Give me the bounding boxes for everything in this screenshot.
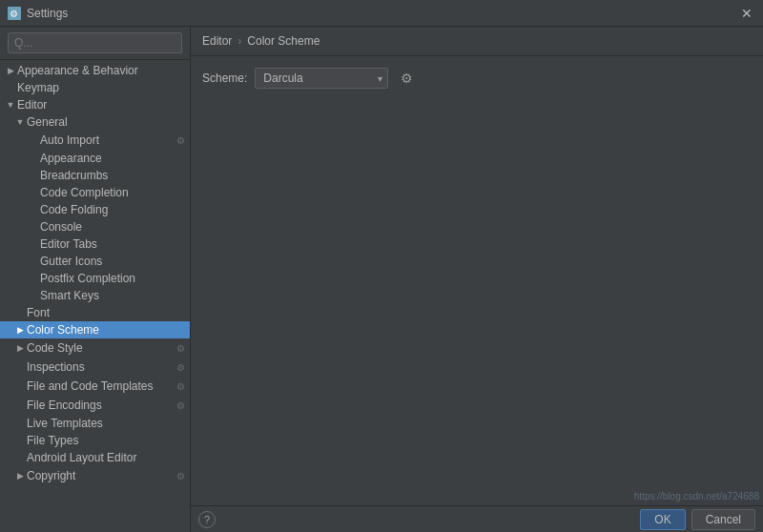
settings-icon: ⚙	[173, 340, 188, 356]
search-input[interactable]	[8, 32, 182, 53]
spacer-icon	[27, 152, 40, 165]
sidebar-item-label: Code Completion	[40, 186, 190, 199]
settings-icon: ⚙	[173, 133, 188, 148]
sidebar-item-label: Color Scheme	[27, 323, 190, 337]
spacer-icon	[27, 186, 40, 199]
collapse-arrow-icon: ▶	[13, 469, 27, 482]
scheme-select-wrapper: Darcula Default High Contrast Monokai ▾	[255, 68, 388, 89]
breadcrumb-separator: ›	[237, 34, 241, 48]
sidebar-item-label: Smart Keys	[40, 289, 190, 302]
spacer-icon	[13, 306, 27, 319]
spacer-icon	[27, 272, 40, 285]
sidebar-item-code-style[interactable]: ▶ Code Style ⚙	[0, 338, 190, 358]
expand-arrow-icon: ▼	[13, 115, 27, 129]
spacer-icon	[13, 451, 27, 464]
breadcrumb-parent: Editor	[202, 34, 232, 48]
sidebar-item-label: Auto Import	[40, 133, 173, 147]
gear-icon: ⚙	[401, 71, 413, 86]
sidebar-item-code-folding[interactable]: Code Folding	[0, 201, 190, 218]
sidebar-item-label: Breadcrumbs	[40, 169, 190, 182]
sidebar-item-label: Live Templates	[27, 417, 190, 430]
sidebar-item-label: Gutter Icons	[40, 255, 190, 268]
scheme-row: Scheme: Darcula Default High Contrast Mo…	[202, 68, 752, 89]
sidebar-item-inspections[interactable]: Inspections ⚙	[0, 358, 190, 377]
sidebar-item-label: File and Code Templates	[27, 379, 173, 393]
expand-arrow-icon: ▼	[4, 98, 17, 112]
close-button[interactable]: ✕	[738, 5, 755, 22]
bottom-right-buttons: OK Cancel	[640, 509, 755, 530]
sidebar-item-label: Copyright	[27, 469, 173, 482]
sidebar-item-editor-tabs[interactable]: Editor Tabs	[0, 235, 190, 253]
sidebar: ▶ Appearance & Behavior Keymap ▼ Editor …	[0, 27, 191, 532]
sidebar-item-label: File Types	[27, 434, 190, 447]
sidebar-item-general[interactable]: ▼ General	[0, 113, 190, 131]
settings-icon: ⚙	[8, 7, 21, 20]
ok-button[interactable]: OK	[640, 509, 685, 530]
settings-icon: ⚙	[173, 468, 188, 483]
breadcrumb-current: Color Scheme	[247, 34, 320, 48]
spacer-icon	[27, 220, 40, 234]
sidebar-item-auto-import[interactable]: Auto Import ⚙	[0, 131, 190, 150]
settings-icon: ⚙	[173, 359, 188, 375]
svg-text:⚙: ⚙	[10, 9, 18, 19]
collapse-arrow-icon: ▶	[4, 64, 17, 77]
sidebar-item-live-templates[interactable]: Live Templates	[0, 415, 190, 432]
sidebar-item-label: Editor	[17, 98, 190, 112]
sidebar-item-label: Inspections	[27, 360, 173, 374]
scheme-settings-button[interactable]: ⚙	[396, 68, 417, 89]
sidebar-item-label: Keymap	[17, 81, 190, 94]
sidebar-item-label: Console	[40, 220, 190, 234]
sidebar-item-android-layout-editor[interactable]: Android Layout Editor	[0, 449, 190, 466]
sidebar-item-code-completion[interactable]: Code Completion	[0, 184, 190, 201]
spacer-icon	[27, 255, 40, 268]
sidebar-item-label: Editor Tabs	[40, 237, 190, 251]
settings-icon: ⚙	[173, 398, 188, 413]
sidebar-item-file-encodings[interactable]: File Encodings ⚙	[0, 396, 190, 415]
spacer-icon	[27, 169, 40, 182]
sidebar-item-editor[interactable]: ▼ Editor	[0, 96, 190, 113]
sidebar-item-label: General	[27, 115, 190, 129]
sidebar-item-file-code-templates[interactable]: File and Code Templates ⚙	[0, 377, 190, 396]
spacer-icon	[13, 434, 27, 447]
sidebar-item-label: File Encodings	[27, 399, 173, 412]
sidebar-item-file-types[interactable]: File Types	[0, 432, 190, 449]
settings-icon: ⚙	[173, 379, 188, 394]
sidebar-item-label: Font	[27, 306, 190, 319]
collapse-arrow-icon: ▶	[13, 323, 27, 337]
spacer-icon	[13, 360, 27, 374]
sidebar-item-appearance[interactable]: Appearance	[0, 150, 190, 167]
sidebar-item-copyright[interactable]: ▶ Copyright ⚙	[0, 466, 190, 485]
search-box	[0, 27, 190, 60]
sidebar-item-label: Code Style	[27, 341, 173, 355]
spacer-icon	[27, 237, 40, 251]
spacer-icon	[13, 417, 27, 430]
spacer-icon	[13, 399, 27, 412]
sidebar-item-font[interactable]: Font	[0, 304, 190, 321]
scheme-label: Scheme:	[202, 72, 247, 85]
sidebar-item-appearance-behavior[interactable]: ▶ Appearance & Behavior	[0, 62, 190, 79]
spacer-icon	[13, 379, 27, 393]
sidebar-item-label: Android Layout Editor	[27, 451, 190, 464]
help-button[interactable]: ?	[198, 511, 216, 528]
content-area: Editor › Color Scheme Scheme: Darcula De…	[191, 27, 763, 532]
spacer-icon	[27, 133, 40, 147]
content-body: Scheme: Darcula Default High Contrast Mo…	[191, 56, 763, 532]
sidebar-item-breadcrumbs[interactable]: Breadcrumbs	[0, 167, 190, 184]
title-bar: ⚙ Settings ✕	[0, 0, 763, 27]
sidebar-item-label: Postfix Completion	[40, 272, 190, 285]
sidebar-item-smart-keys[interactable]: Smart Keys	[0, 287, 190, 304]
sidebar-tree: ▶ Appearance & Behavior Keymap ▼ Editor …	[0, 60, 190, 532]
sidebar-item-color-scheme[interactable]: ▶ Color Scheme	[0, 321, 190, 338]
sidebar-item-gutter-icons[interactable]: Gutter Icons	[0, 253, 190, 270]
sidebar-item-label: Appearance	[40, 152, 190, 165]
collapse-arrow-icon: ▶	[13, 341, 27, 355]
spacer-icon	[4, 81, 17, 94]
sidebar-item-label: Code Folding	[40, 203, 190, 216]
breadcrumb: Editor › Color Scheme	[191, 27, 763, 56]
main-layout: ▶ Appearance & Behavior Keymap ▼ Editor …	[0, 27, 763, 532]
sidebar-item-console[interactable]: Console	[0, 218, 190, 235]
sidebar-item-postfix-completion[interactable]: Postfix Completion	[0, 270, 190, 287]
scheme-select[interactable]: Darcula Default High Contrast Monokai	[255, 68, 388, 89]
sidebar-item-keymap[interactable]: Keymap	[0, 79, 190, 96]
cancel-button[interactable]: Cancel	[691, 509, 755, 530]
